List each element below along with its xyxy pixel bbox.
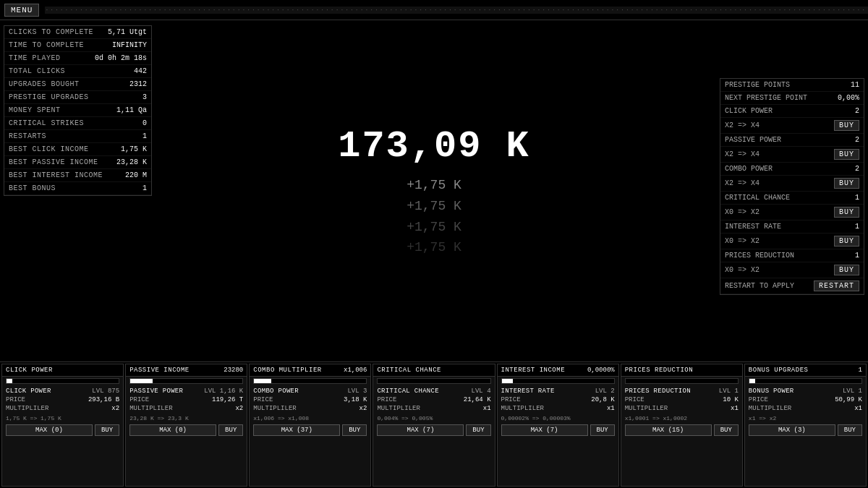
- upgrade-panel-header: PASSIVE INCOME 23280: [126, 364, 247, 377]
- upgrade-progress-bar: [129, 378, 243, 384]
- upgrade-price-value: 21,64 K: [464, 396, 491, 403]
- buy-action-button[interactable]: BUY: [466, 424, 490, 436]
- upgrade-mult-row: MULTIPLILER x2: [253, 405, 367, 412]
- upgrade-actions: MAX (7) BUY: [501, 424, 615, 436]
- progress-bar-container: ········································…: [45, 7, 868, 14]
- upgrade-name-row: INTEREST RATE LVL 2: [501, 388, 615, 395]
- max-button[interactable]: MAX (7): [501, 424, 588, 436]
- upgrade-panel-header: CLICK POWER: [2, 364, 123, 377]
- upgrade-name: CRITICAL CHANCE: [377, 388, 439, 395]
- stat-label: PRESTIGE UPGRADES: [9, 93, 89, 101]
- prestige-row: RESTART TO APPLYRESTART: [720, 278, 864, 294]
- buy-button[interactable]: BUY: [834, 178, 859, 189]
- upgrade-name-row: BONUS POWER LVL 1: [749, 388, 862, 395]
- upgrade-price-value: 50,99 K: [835, 396, 862, 403]
- stat-value: 3: [142, 93, 147, 101]
- upgrade-name: BONUS POWER: [749, 388, 794, 395]
- buy-action-button[interactable]: BUY: [95, 424, 119, 436]
- buy-action-button[interactable]: BUY: [590, 424, 615, 436]
- upgrade-price-row: PRICE 10 K: [625, 396, 739, 403]
- upgrade-mult-label: MULTIPLILER: [625, 405, 668, 412]
- stat-value: 23,28 K: [116, 158, 147, 166]
- upgrade-mult-value: x1: [483, 405, 491, 412]
- prestige-row: PRICES REDUCTION1: [720, 249, 864, 262]
- upgrade-price-label: PRICE: [6, 396, 25, 403]
- max-button[interactable]: MAX (0): [129, 424, 216, 436]
- upgrade-progress-fill: [502, 379, 514, 383]
- prestige-label: x2 => x4: [725, 179, 760, 187]
- upgrade-level: LVL 2: [595, 388, 615, 395]
- upgrade-progress-bar: [501, 378, 615, 384]
- stat-row: CRITICAL STRIKES 0: [4, 117, 151, 130]
- menu-button[interactable]: MENU: [4, 4, 39, 17]
- prestige-value: 2: [855, 107, 859, 115]
- upgrade-panel: PASSIVE INCOME 23280 PASSIVE POWER LVL 1…: [125, 364, 247, 487]
- restart-button[interactable]: RESTART: [814, 281, 859, 291]
- stat-row: TIME PLAYED 0d 0h 2m 18s: [4, 52, 151, 65]
- stat-label: BEST BONUS: [9, 184, 56, 192]
- upgrade-panel-title: CLICK POWER: [6, 367, 53, 374]
- upgrade-conversion: x1,0001 => x1,0002: [625, 415, 739, 421]
- upgrade-panel-header: INTEREST INCOME 0,0000%: [498, 364, 618, 377]
- upgrade-price-row: PRICE 21,64 K: [377, 396, 490, 403]
- upgrade-panel: COMBO MULTIPLIER x1,006 COMBO POWER LVL …: [249, 364, 371, 487]
- upgrade-actions: MAX (15) BUY: [625, 424, 739, 436]
- upgrade-body: PRICES REDUCTION LVL 1 PRICE 10 K MULTIP…: [621, 385, 742, 486]
- prestige-row: PRESTIGE POINTS11: [720, 79, 864, 92]
- max-button[interactable]: MAX (7): [377, 424, 464, 436]
- buy-button[interactable]: BUY: [834, 120, 859, 131]
- upgrade-mult-value: x2: [359, 405, 367, 412]
- prestige-label: CRITICAL CHANCE: [725, 194, 790, 202]
- upgrade-panel-title: PRICES REDUCTION: [625, 367, 693, 374]
- stat-label: CLICKS TO COMPLETE: [9, 28, 93, 36]
- max-button[interactable]: MAX (0): [6, 424, 93, 436]
- buy-button[interactable]: BUY: [834, 149, 859, 160]
- right-prestige-panel: PRESTIGE POINTS11NEXT PRESTIGE POINT0,00…: [720, 78, 864, 295]
- upgrade-mult-value: x1: [607, 405, 615, 412]
- upgrade-actions: MAX (3) BUY: [749, 424, 862, 436]
- upgrade-mult-row: MULTIPLILER x1: [625, 405, 739, 412]
- buy-action-button[interactable]: BUY: [218, 424, 243, 436]
- prestige-value: 2: [855, 136, 859, 144]
- prestige-value: 0,00%: [838, 94, 859, 102]
- max-button[interactable]: MAX (15): [625, 424, 712, 436]
- stat-value: 5,71 Utgt: [108, 28, 147, 36]
- prestige-label: x2 => x4: [725, 121, 760, 129]
- upgrade-progress-bar: [377, 378, 490, 384]
- upgrade-panel-header: COMBO MULTIPLIER x1,006: [250, 364, 370, 377]
- prestige-label: x2 => x4: [725, 150, 760, 158]
- upgrade-conversion: x1 => x2: [749, 415, 862, 421]
- upgrade-mult-row: MULTIPLILER x2: [6, 405, 119, 412]
- upgrade-mult-label: MULTIPLILER: [6, 405, 48, 412]
- upgrade-panel-amount: x1,006: [344, 367, 367, 374]
- buy-button[interactable]: BUY: [834, 207, 859, 218]
- stat-row: CLICKS TO COMPLETE 5,71 Utgt: [4, 26, 151, 39]
- max-button[interactable]: MAX (3): [749, 424, 835, 436]
- upgrade-price-row: PRICE 293,16 B: [6, 396, 119, 403]
- upgrade-price-value: 20,8 K: [591, 396, 614, 403]
- upgrade-name: CLICK POWER: [6, 388, 51, 395]
- stat-row: PRESTIGE UPGRADES 3: [4, 91, 151, 104]
- buy-button[interactable]: BUY: [834, 265, 859, 275]
- prestige-value: 1: [855, 252, 859, 260]
- stat-row: BEST INTEREST INCOME 220 M: [4, 169, 151, 182]
- upgrade-mult-value: x1: [731, 405, 739, 412]
- upgrade-progress-bar: [625, 378, 739, 384]
- upgrade-panel-title: BONUS UPGRADES: [749, 367, 809, 374]
- buy-button[interactable]: BUY: [834, 236, 859, 247]
- max-button[interactable]: MAX (37): [253, 424, 340, 436]
- prestige-label: NEXT PRESTIGE POINT: [725, 94, 807, 102]
- stat-label: TIME PLAYED: [9, 54, 61, 62]
- prestige-row: CRITICAL CHANCE1: [720, 192, 864, 205]
- upgrade-level: LVL 1: [843, 388, 862, 395]
- upgrade-panel: CLICK POWER CLICK POWER LVL 875 PRICE 29…: [1, 364, 124, 487]
- buy-action-button[interactable]: BUY: [342, 424, 367, 436]
- prestige-row: x0 => x2BUY: [720, 234, 864, 249]
- buy-action-button[interactable]: BUY: [714, 424, 739, 436]
- upgrade-price-label: PRICE: [253, 396, 273, 403]
- upgrade-conversion: 1,75 K => 1,75 K: [6, 415, 119, 421]
- upgrade-level: LVL 1,16 K: [204, 388, 243, 395]
- prestige-label: PRESTIGE POINTS: [725, 81, 790, 89]
- buy-action-button[interactable]: BUY: [838, 424, 862, 436]
- upgrade-price-label: PRICE: [625, 396, 644, 403]
